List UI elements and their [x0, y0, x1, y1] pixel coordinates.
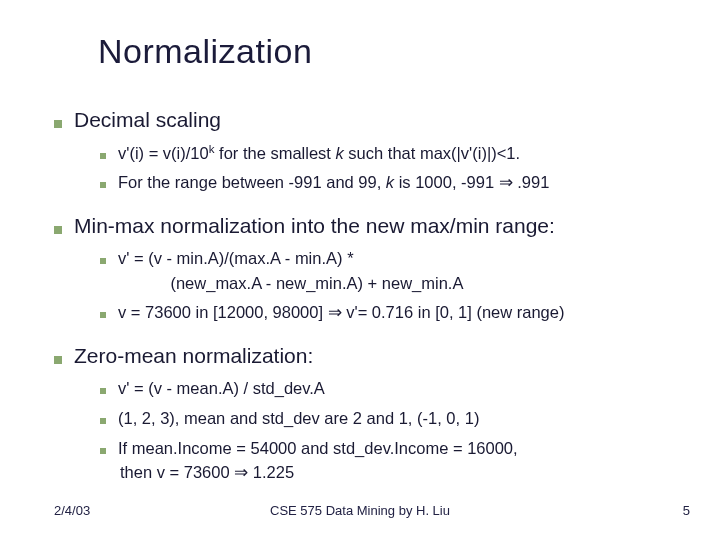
continuation-line: (new_max.A - new_min.A) + new_min.A — [100, 271, 674, 297]
square-bullet-icon — [100, 448, 106, 454]
body-text: v' = (v - mean.A) / std_dev.A — [118, 376, 674, 402]
bullet-zero-mean: Zero-mean normalization: — [54, 340, 674, 373]
square-bullet-icon — [100, 418, 106, 424]
sub-bullet: If mean.Income = 54000 and std_dev.Incom… — [100, 436, 674, 462]
slide: Normalization Normalization Decimal scal… — [0, 0, 720, 540]
sub-bullet: v' = (v - mean.A) / std_dev.A — [100, 376, 674, 402]
sub-bullet: v = 73600 in [12000, 98000] ⇒ v'= 0.716 … — [100, 300, 674, 326]
square-bullet-icon — [54, 226, 62, 234]
square-bullet-icon — [54, 356, 62, 364]
heading-text: Min-max normalization into the new max/m… — [74, 210, 674, 243]
body-text: For the range between -991 and 99, k is … — [118, 170, 674, 196]
slide-title: Normalization — [98, 32, 312, 71]
continuation-line: then v = 73600 ⇒ 1.225 — [100, 460, 674, 486]
square-bullet-icon — [100, 312, 106, 318]
square-bullet-icon — [100, 182, 106, 188]
sub-bullet: (1, 2, 3), mean and std_dev are 2 and 1,… — [100, 406, 674, 432]
body-text: v' = (v - min.A)/(max.A - min.A) * — [118, 246, 674, 272]
bullet-min-max: Min-max normalization into the new max/m… — [54, 210, 674, 243]
sub-bullet: v' = (v - min.A)/(max.A - min.A) * — [100, 246, 674, 272]
footer-course: CSE 575 Data Mining by H. Liu — [0, 503, 720, 518]
body-text: v'(i) = v(i)/10k for the smallest k such… — [118, 141, 674, 167]
sub-bullet: For the range between -991 and 99, k is … — [100, 170, 674, 196]
heading-text: Decimal scaling — [74, 104, 674, 137]
square-bullet-icon — [100, 258, 106, 264]
heading-text: Zero-mean normalization: — [74, 340, 674, 373]
slide-content: Decimal scaling v'(i) = v(i)/10k for the… — [54, 104, 674, 486]
sub-bullet: v'(i) = v(i)/10k for the smallest k such… — [100, 141, 674, 167]
square-bullet-icon — [100, 153, 106, 159]
body-text: If mean.Income = 54000 and std_dev.Incom… — [118, 436, 674, 462]
square-bullet-icon — [54, 120, 62, 128]
square-bullet-icon — [100, 388, 106, 394]
footer-page-number: 5 — [683, 503, 690, 518]
body-text: (1, 2, 3), mean and std_dev are 2 and 1,… — [118, 406, 674, 432]
bullet-decimal-scaling: Decimal scaling — [54, 104, 674, 137]
body-text: v = 73600 in [12000, 98000] ⇒ v'= 0.716 … — [118, 300, 674, 326]
